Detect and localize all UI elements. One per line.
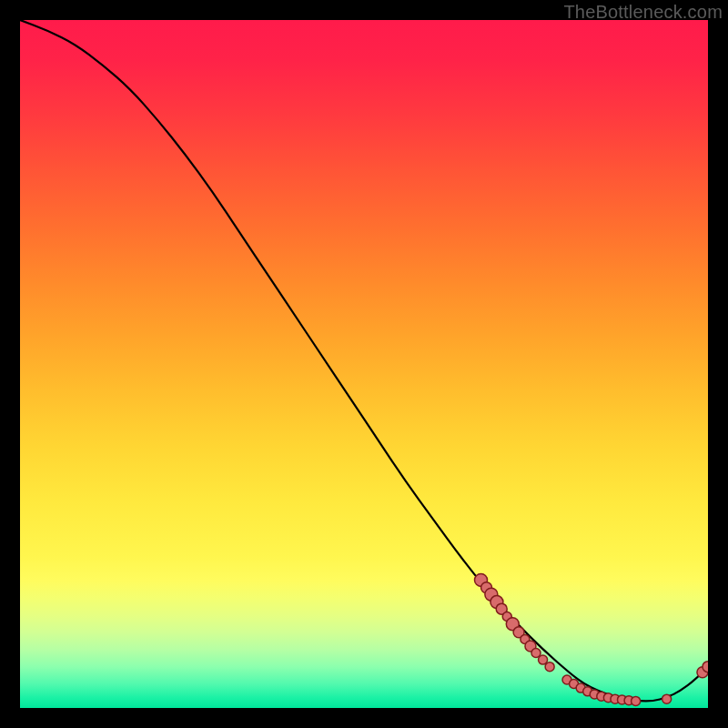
plot-area (20, 20, 708, 708)
watermark-text: TheBottleneck.com (563, 2, 723, 23)
data-marker (545, 662, 554, 672)
data-marker (703, 662, 708, 672)
bottleneck-curve (20, 20, 708, 701)
chart-stage: TheBottleneck.com (0, 0, 728, 728)
chart-svg (20, 20, 708, 708)
data-markers (475, 573, 708, 705)
data-marker (662, 694, 672, 703)
data-marker (632, 696, 641, 705)
